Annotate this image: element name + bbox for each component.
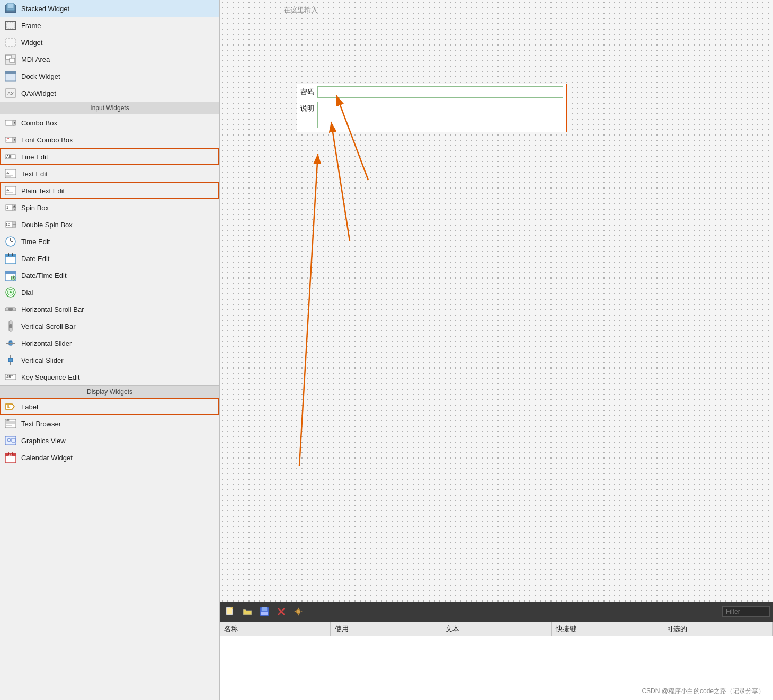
sidebar-item-date-edit-label: Date Edit	[21, 255, 49, 263]
sidebar-item-dock-widget-label: Dock Widget	[21, 73, 60, 80]
sidebar-item-time-edit-label: Time Edit	[21, 238, 50, 246]
svg-rect-57	[9, 324, 12, 328]
sidebar-item-spin-box-label: Spin Box	[21, 204, 49, 212]
sidebar-item-stacked-widget-label: Stacked Widget	[21, 5, 69, 13]
canvas-grid: 在这里输入 密码 说明	[220, 0, 773, 602]
desc-label: 说明	[300, 104, 314, 113]
bottom-toolbar	[220, 602, 773, 622]
sidebar-item-text-browser[interactable]: AI Text Browser	[0, 415, 219, 432]
sidebar-item-spin-box[interactable]: 1 Spin Box	[0, 199, 219, 216]
svg-rect-5	[5, 38, 16, 47]
plain-text-edit-icon: AI	[4, 184, 17, 197]
new-action-button[interactable]	[223, 604, 238, 619]
sidebar-item-label-label: Label	[21, 403, 38, 411]
sidebar-item-text-edit-label: Text Edit	[21, 170, 48, 178]
svg-rect-2	[7, 3, 14, 8]
sidebar-item-frame-label: Frame	[21, 22, 41, 30]
sidebar-item-label[interactable]: lbl Label	[0, 398, 219, 415]
svg-rect-88	[261, 612, 268, 615]
svg-text:ABI: ABI	[6, 155, 12, 158]
sidebar-item-time-edit[interactable]: Time Edit	[0, 233, 219, 250]
svg-text:lbl: lbl	[7, 405, 11, 408]
col-text: 文本	[441, 622, 552, 636]
sidebar-item-double-spin-box[interactable]: 1.2 Double Spin Box	[0, 216, 219, 233]
save-action-button[interactable]	[257, 604, 272, 619]
svg-rect-8	[10, 58, 15, 62]
sidebar-item-plain-text-edit[interactable]: AI Plain Text Edit	[0, 182, 219, 199]
graphics-view-icon	[4, 434, 17, 447]
svg-text:1.2: 1.2	[6, 223, 11, 226]
time-edit-icon	[4, 235, 17, 248]
sidebar-item-dock-widget[interactable]: Dock Widget	[0, 68, 219, 85]
svg-line-81	[331, 122, 350, 241]
sidebar-item-horizontal-slider-label: Horizontal Slider	[21, 339, 72, 347]
password-row: 密码	[297, 84, 566, 100]
svg-rect-37	[13, 225, 16, 227]
sidebar-item-widget[interactable]: Widget	[0, 34, 219, 51]
qaxwidget-icon: AX	[4, 87, 17, 100]
svg-text:F: F	[6, 138, 9, 142]
password-input[interactable]	[317, 86, 563, 98]
desc-textarea[interactable]	[317, 102, 563, 128]
sidebar-item-horizontal-slider[interactable]: Horizontal Slider	[0, 335, 219, 352]
dock-widget-icon	[4, 70, 17, 83]
svg-rect-87	[262, 607, 267, 611]
sidebar-item-calendar-widget-label: Calendar Widget	[21, 454, 73, 462]
canvas-hint: 在这里输入	[283, 5, 318, 15]
vertical-slider-icon	[4, 354, 17, 366]
sidebar-item-vertical-slider[interactable]: Vertical Slider	[0, 352, 219, 369]
sidebar-item-date-edit[interactable]: Date Edit	[0, 250, 219, 267]
watermark: CSDN @程序小白的code之路（记录分享）	[642, 687, 765, 696]
frame-icon	[4, 19, 17, 32]
open-action-button[interactable]	[240, 604, 255, 619]
sidebar-item-frame[interactable]: Frame	[0, 17, 219, 34]
sidebar-item-plain-text-edit-label: Plain Text Edit	[21, 187, 65, 195]
right-area: 在这里输入 密码 说明	[220, 0, 773, 700]
configure-action-button[interactable]	[291, 604, 306, 619]
delete-action-button[interactable]	[274, 604, 289, 619]
filter-input[interactable]	[722, 606, 770, 617]
sidebar-item-key-sequence-edit[interactable]: ABI Key Sequence Edit	[0, 369, 219, 385]
sidebar-item-double-spin-box-label: Double Spin Box	[21, 221, 73, 229]
sidebar-item-mdi-area[interactable]: MDI Area	[0, 51, 219, 68]
sidebar-item-combo-box[interactable]: Combo Box	[0, 114, 219, 131]
sidebar-item-text-browser-label: Text Browser	[21, 420, 61, 428]
widget-icon	[4, 36, 17, 49]
date-edit-icon	[4, 252, 17, 265]
sidebar-item-line-edit[interactable]: ABI Line Edit	[0, 148, 219, 165]
svg-point-91	[296, 609, 300, 614]
svg-text:ABI: ABI	[6, 375, 13, 379]
col-checkable: 可选的	[662, 622, 773, 636]
sidebar-item-mdi-area-label: MDI Area	[21, 56, 50, 64]
canvas-area: 在这里输入 密码 说明	[220, 0, 773, 602]
sidebar-item-stacked-widget[interactable]: Stacked Widget	[0, 0, 219, 17]
sidebar-item-qaxwidget[interactable]: AX QAxWidget	[0, 85, 219, 102]
datetime-edit-icon	[4, 269, 17, 282]
svg-text:AI: AI	[6, 187, 11, 192]
sidebar-item-dial-label: Dial	[21, 289, 33, 297]
svg-text:12: 12	[8, 453, 12, 456]
password-label: 密码	[300, 87, 314, 97]
sidebar-item-vertical-scroll-bar-label: Vertical Scroll Bar	[21, 322, 76, 330]
svg-text:AI: AI	[6, 419, 10, 422]
sidebar-item-dial[interactable]: Dial	[0, 284, 219, 301]
mdi-area-icon	[4, 53, 17, 66]
sidebar-item-graphics-view-label: Graphics View	[21, 437, 66, 445]
key-sequence-edit-icon: ABI	[4, 371, 17, 383]
sidebar-item-vertical-scroll-bar[interactable]: Vertical Scroll Bar	[0, 318, 219, 335]
sidebar-item-text-edit[interactable]: AI Text Edit	[0, 165, 219, 182]
combo-box-icon	[4, 116, 17, 129]
sidebar-scroll[interactable]: Stacked Widget Frame Widget MDI Area	[0, 0, 219, 700]
sidebar-item-graphics-view[interactable]: Graphics View	[0, 432, 219, 449]
desc-row: 说明	[297, 100, 566, 132]
sidebar-item-calendar-widget[interactable]: 12 Calendar Widget	[0, 449, 219, 466]
stacked-widget-icon	[4, 2, 17, 15]
section-header-input: Input Widgets	[0, 102, 219, 114]
sidebar-item-font-combo-box[interactable]: F Font Combo Box	[0, 131, 219, 148]
section-header-display: Display Widgets	[0, 385, 219, 398]
sidebar-item-horizontal-scroll-bar[interactable]: Horizontal Scroll Bar	[0, 301, 219, 318]
line-edit-icon: ABI	[4, 150, 17, 163]
double-spin-box-icon: 1.2	[4, 218, 17, 231]
font-combo-box-icon: F	[4, 133, 17, 146]
sidebar-item-datetime-edit[interactable]: Date/Time Edit	[0, 267, 219, 284]
